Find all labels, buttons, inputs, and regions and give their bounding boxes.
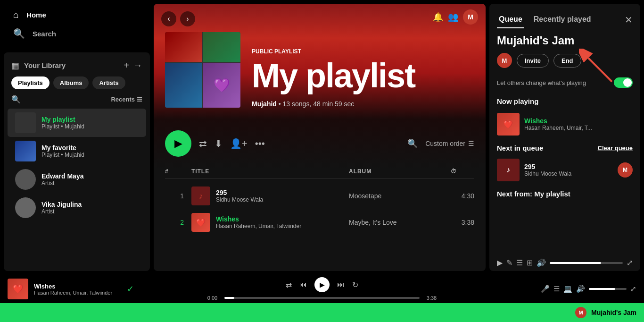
list-item[interactable]: My playlist Playlist • Mujahid <box>8 109 146 137</box>
content-header: ‹ › 🔔 👥 M 💜 Public Playl <box>154 4 486 119</box>
nav-search[interactable]: 🔍 Search <box>8 24 146 43</box>
friends-button[interactable]: 👥 <box>448 12 458 22</box>
queue-expand-button[interactable]: ⤢ <box>627 258 633 267</box>
filter-artists-button[interactable]: Artists <box>92 76 125 89</box>
library-icon: ▦ <box>11 60 19 71</box>
invite-button[interactable]: Invite <box>517 54 549 68</box>
playlist-title: My playlist <box>252 59 474 93</box>
list-item[interactable]: My favorite Playlist • Mujahid <box>8 137 146 165</box>
more-button[interactable]: ••• <box>255 138 265 149</box>
player-fullscreen-button[interactable]: ⤢ <box>630 285 636 293</box>
col-title: Title <box>191 168 341 175</box>
clear-queue-button[interactable]: Clear queue <box>598 144 633 152</box>
bottom-player-bar: ❤️ Wishes Hasan Raheem, Umair, Talwiinde… <box>0 275 644 303</box>
add-user-button[interactable]: 👤+ <box>230 138 248 149</box>
download-button[interactable]: ⬇ <box>215 138 223 149</box>
track-artists: Hasan Raheem, Umair, Talwiinder <box>216 223 301 229</box>
add-library-button[interactable]: + <box>124 60 129 71</box>
custom-order-label: Custom order <box>425 140 465 147</box>
share-toggle-switch[interactable] <box>614 77 633 88</box>
tab-recently-played[interactable]: Recently played <box>532 11 593 28</box>
nav-home[interactable]: ⌂ Home <box>8 6 146 24</box>
filter-albums-button[interactable]: Albums <box>53 76 89 89</box>
home-icon: ⌂ <box>13 9 19 20</box>
player-left: ❤️ Wishes Hasan Raheem, Umair, Talwiinde… <box>0 279 141 299</box>
list-item[interactable]: Vika Jigulina Artist <box>8 194 146 222</box>
expand-library-button[interactable]: → <box>133 60 142 71</box>
sidebar: ⌂ Home 🔍 Search ▦ Your Library + → Pl <box>0 0 154 275</box>
player-liked-icon[interactable]: ✓ <box>127 284 134 294</box>
queue-volume-button[interactable]: 🔊 <box>537 258 546 267</box>
end-button[interactable]: End <box>553 54 581 68</box>
jam-bottom-label: Mujahid's Jam <box>591 309 636 316</box>
progress-bar[interactable] <box>224 297 420 299</box>
track-name: Wishes <box>216 215 301 223</box>
forward-button[interactable]: › <box>180 11 195 26</box>
custom-order-icon: ☰ <box>468 140 474 147</box>
queue-track-artists: Hasan Raheem, Umair, T... <box>524 125 633 131</box>
player-volume-button[interactable]: 🔊 <box>576 285 585 293</box>
now-playing-track[interactable]: ❤️ Wishes Hasan Raheem, Umair, T... <box>497 110 633 138</box>
filter-playlists-button[interactable]: Playlists <box>11 76 50 89</box>
playlist-name: Edward Maya <box>41 172 139 180</box>
tab-queue[interactable]: Queue <box>497 11 524 28</box>
next-from-label: Next from: My playlist <box>497 190 570 198</box>
list-item[interactable]: Edward Maya Artist <box>8 165 146 194</box>
artist-thumb <box>15 197 36 218</box>
queue-list-button[interactable]: ☰ <box>516 258 523 267</box>
shuffle-button[interactable]: ⇄ <box>199 138 207 149</box>
track-album: Maybe, It's Love <box>349 219 443 226</box>
track-album: Moosetape <box>349 192 443 200</box>
next-from-section: Next from: My playlist <box>489 184 640 207</box>
recents-sort-icon: ☰ <box>137 96 142 103</box>
back-button[interactable]: ‹ <box>161 11 176 26</box>
playlist-bullet: • <box>279 100 283 108</box>
player-play-button[interactable]: ▶ <box>314 277 330 292</box>
playlist-type: Public Playlist <box>252 48 474 55</box>
share-toggle-label: Let others change what's playing <box>497 79 586 86</box>
next-queue-label: Next in queue <box>497 144 543 152</box>
queue-track-thumb: ♪ <box>497 159 520 181</box>
custom-order-button[interactable]: Custom order ☰ <box>425 140 474 147</box>
playlist-details: Mujahid • 13 songs, 48 min 59 sec <box>252 100 474 108</box>
cover-art: 💜 <box>165 32 240 108</box>
recents-sort[interactable]: Recents ☰ <box>111 96 142 103</box>
playlist-thumb <box>15 141 36 161</box>
queue-title: Mujahid's Jam <box>489 28 640 53</box>
queue-pencil-button[interactable]: ✎ <box>506 258 512 267</box>
queue-play-button[interactable]: ▶ <box>497 258 503 267</box>
track-duration: 4:30 <box>451 192 474 200</box>
queue-track-thumb: ❤️ <box>497 113 520 136</box>
track-artists: Sidhu Moose Wala <box>216 196 263 203</box>
player-repeat-button[interactable]: ↻ <box>352 280 358 289</box>
user-avatar[interactable]: M <box>463 9 478 25</box>
player-devices-button[interactable]: 💻 <box>563 285 572 293</box>
col-duration: ⏱ <box>451 168 474 175</box>
player-shuffle-button[interactable]: ⇄ <box>286 280 292 289</box>
player-track-thumb: ❤️ <box>8 279 28 299</box>
jam-bottom-bar[interactable]: M Mujahid's Jam <box>0 303 644 322</box>
queue-track-user-avatar: M <box>618 162 633 178</box>
track-number: 1 <box>165 192 184 200</box>
close-button[interactable]: ✕ <box>625 14 633 25</box>
header-icons-right: 🔔 👥 M <box>433 9 478 25</box>
track-search-button[interactable]: 🔍 <box>407 138 418 149</box>
player-prev-button[interactable]: ⏮ <box>299 280 307 289</box>
playlist-name: My favorite <box>41 144 139 152</box>
play-button[interactable]: ▶ <box>165 130 191 157</box>
track-number: 2 <box>165 219 184 226</box>
playlist-sub: Artist <box>41 180 139 186</box>
table-row[interactable]: 2 ❤️ Wishes Hasan Raheem, Umair, Talwiin… <box>165 209 474 236</box>
notification-button[interactable]: 🔔 <box>433 12 443 22</box>
player-next-button[interactable]: ⏭ <box>337 280 345 289</box>
player-track-artists: Hasan Raheem, Umair, Talwiinder <box>34 290 121 296</box>
queue-next-track-name: 295 <box>524 163 613 170</box>
table-row[interactable]: 1 ♪ 295 Sidhu Moose Wala Moosetape 4:30 <box>165 183 474 209</box>
library-search-icon[interactable]: 🔍 <box>11 95 21 104</box>
queue-devices-button[interactable]: ⊞ <box>527 258 533 267</box>
next-queue-track[interactable]: ♪ 295 Sidhu Moose Wala M <box>497 156 633 184</box>
toggle-knob <box>623 78 632 87</box>
share-toggle: Let others change what's playing <box>489 74 640 92</box>
player-queue-button[interactable]: ☰ <box>553 285 560 293</box>
player-lyrics-button[interactable]: 🎤 <box>541 285 550 293</box>
